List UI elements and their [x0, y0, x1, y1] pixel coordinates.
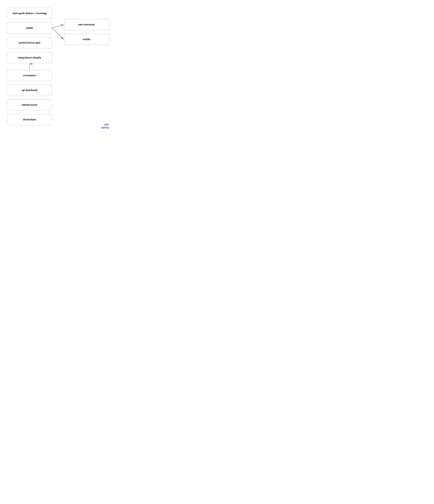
box-infrastructure: infrastructure	[7, 99, 52, 110]
box-api-backend-label: api (backend)	[22, 89, 37, 92]
diagram-container: style-guide (linters + tsconfig) wallet …	[0, 0, 116, 135]
box-web-extension: web extension	[64, 19, 109, 30]
svg-line-4	[52, 28, 63, 39]
box-wallet: wallet	[7, 22, 52, 34]
box-api-backend: api (backend)	[7, 85, 52, 96]
box-blockchain-label: blockchain	[23, 118, 36, 121]
box-blockchain: blockchain	[7, 114, 52, 125]
box-infrastructure-label: infrastructure	[22, 103, 37, 106]
box-ui-modules-label: ui-modules	[23, 74, 36, 77]
box-style-guide: style-guide (linters + tsconfig)	[7, 8, 52, 19]
box-mobile-label: mobile	[82, 38, 90, 41]
box-web-extension-label: web extension	[78, 23, 95, 26]
box-integrations-shopify: integrations-shopify	[7, 52, 52, 63]
box-style-guide-label: style-guide (linters + tsconfig)	[12, 12, 47, 15]
box-integrations-shopify-label: integrations-shopify	[18, 56, 41, 59]
box-portal: portal (next.js app)	[7, 37, 52, 48]
svg-line-3	[52, 25, 63, 28]
box-portal-label: portal (next.js app)	[19, 41, 40, 44]
logo-family-text: family	[101, 126, 109, 129]
svg-line-9	[53, 28, 64, 39]
box-mobile: mobile	[64, 34, 109, 45]
svg-line-8	[53, 25, 64, 28]
logo-dot-dev: .dev	[104, 123, 109, 126]
box-ui-modules: ui-modules	[7, 70, 52, 81]
box-wallet-label: wallet	[26, 27, 33, 29]
devfamily-logo: .dev family	[101, 123, 109, 129]
